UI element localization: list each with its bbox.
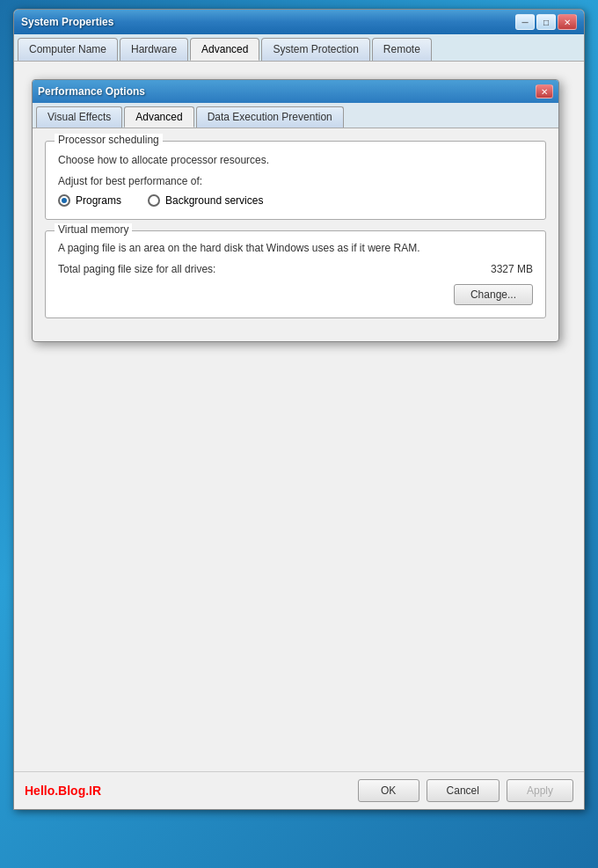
processor-group-label: Processor scheduling [55, 134, 163, 146]
paging-row: Total paging file size for all drives: 3… [58, 263, 533, 275]
cancel-button[interactable]: Cancel [427, 779, 500, 802]
dialog-content: Processor scheduling Choose how to alloc… [33, 128, 558, 341]
processor-scheduling-group: Processor scheduling Choose how to alloc… [45, 141, 546, 220]
tab-dep[interactable]: Data Execution Prevention [196, 106, 344, 128]
performance-options-dialog: Performance Options ✕ Visual Effects Adv… [32, 79, 559, 342]
radio-background[interactable]: Background services [148, 194, 263, 207]
tab-system-protection[interactable]: System Protection [261, 38, 369, 61]
processor-group-desc: Choose how to allocate processor resourc… [58, 154, 533, 166]
system-properties-window: System Properties ─ □ ✕ Computer Name Ha… [13, 9, 585, 810]
main-content: Performance Options ✕ Visual Effects Adv… [14, 62, 584, 809]
tab-bar: Computer Name Hardware Advanced System P… [14, 34, 584, 62]
apply-button[interactable]: Apply [507, 779, 573, 802]
tab-hardware[interactable]: Hardware [120, 38, 188, 61]
watermark: Hello.Blog.IR [25, 784, 101, 798]
radio-programs[interactable]: Programs [58, 194, 121, 207]
ok-button[interactable]: OK [358, 779, 419, 802]
tab-advanced[interactable]: Advanced [190, 38, 259, 61]
radio-row: Programs Background services [58, 194, 533, 207]
inner-tab-bar: Visual Effects Advanced Data Execution P… [33, 103, 558, 128]
close-button[interactable]: ✕ [558, 14, 577, 30]
radio-programs-label: Programs [76, 194, 121, 207]
tab-perf-advanced[interactable]: Advanced [124, 106, 193, 128]
change-btn-container: Change... [58, 284, 533, 305]
radio-programs-circle[interactable] [58, 194, 70, 207]
tab-visual-effects[interactable]: Visual Effects [36, 106, 122, 128]
minimize-button[interactable]: ─ [515, 14, 535, 30]
perf-close-button[interactable]: ✕ [536, 84, 553, 98]
virtual-memory-group: Virtual memory A paging file is an area … [45, 230, 546, 318]
bottom-bar: Hello.Blog.IR OK Cancel Apply [14, 771, 584, 809]
tab-remote[interactable]: Remote [372, 38, 432, 61]
tab-computer-name[interactable]: Computer Name [18, 38, 118, 61]
radio-background-circle[interactable] [148, 194, 160, 207]
paging-file-value: 3327 MB [491, 263, 533, 275]
radio-background-label: Background services [165, 194, 263, 207]
bottom-buttons: OK Cancel Apply [358, 779, 573, 802]
virtual-memory-desc: A paging file is an area on the hard dis… [58, 240, 533, 256]
paging-file-label: Total paging file size for all drives: [58, 263, 215, 275]
maximize-button[interactable]: □ [536, 14, 556, 30]
change-button[interactable]: Change... [454, 284, 533, 305]
virtual-memory-label: Virtual memory [55, 223, 132, 236]
titlebar: System Properties ─ □ ✕ [14, 10, 584, 34]
processor-sub-label: Adjust for best performance of: [58, 175, 533, 187]
perf-titlebar: Performance Options ✕ [33, 80, 558, 103]
perf-title: Performance Options [38, 85, 145, 98]
window-title: System Properties [21, 16, 113, 28]
window-controls: ─ □ ✕ [515, 14, 577, 30]
